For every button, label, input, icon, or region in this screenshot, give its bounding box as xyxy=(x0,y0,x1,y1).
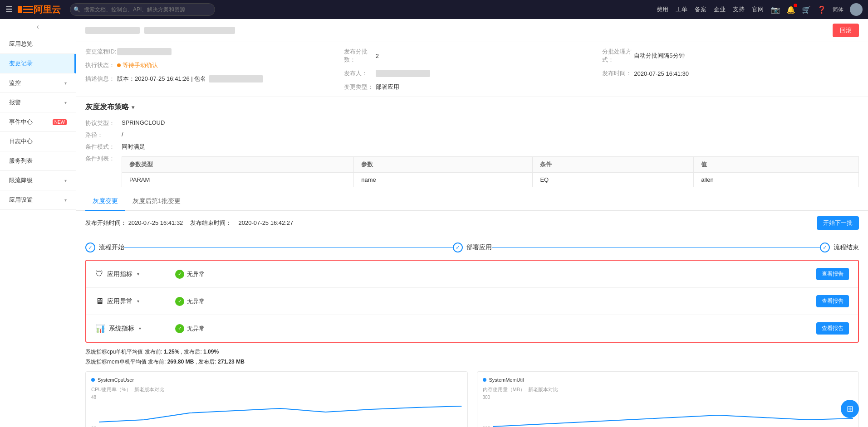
user-avatar[interactable] xyxy=(850,3,863,16)
step-line-1 xyxy=(124,247,453,248)
chevron-down-icon[interactable]: ▾ xyxy=(137,272,139,277)
camera-icon[interactable]: 📷 xyxy=(771,5,780,14)
table-cell-param-type: PARAM xyxy=(122,173,354,187)
sidebar-item-event-center[interactable]: 事件中心 NEW xyxy=(0,112,76,132)
mem-y-300: 300 xyxy=(483,395,490,400)
sidebar-item-app-overview[interactable]: 应用总览 xyxy=(0,34,76,54)
sidebar-label-flow-limit: 限流降级 xyxy=(9,176,33,184)
top-nav-icons: 📷 🔔 🛒 ❓ 简体 xyxy=(771,3,863,16)
sidebar-label-monitor: 监控 xyxy=(9,79,21,87)
cpu-before-value: 1.25% xyxy=(164,349,179,355)
cpu-mid: , 发布后: xyxy=(181,349,202,355)
exec-status-text: 等待手动确认 xyxy=(123,61,158,69)
mem-chart-svg xyxy=(493,395,853,427)
search-input[interactable] xyxy=(70,3,215,16)
sidebar-item-app-settings[interactable]: 应用设置 ▾ xyxy=(0,190,76,210)
nav-link-fees[interactable]: 费用 xyxy=(657,5,668,14)
sidebar-item-log-center[interactable]: 日志中心 xyxy=(0,132,76,151)
mem-after-value: 271.23 MB xyxy=(218,359,245,365)
cpu-y-axis: 48 36 xyxy=(91,395,99,427)
cpu-chart-subtitle: CPU使用率（%）- 新老版本对比 xyxy=(91,386,462,393)
app-exception-view-report-button[interactable]: 查看报告 xyxy=(816,295,849,307)
terminal-icon: 🖥 xyxy=(95,296,103,306)
publish-time-label: 发布时间： xyxy=(602,69,634,78)
app-metrics-title: 🛡 应用指标 ▾ xyxy=(95,269,168,279)
step-deploy-app: ✓ 部署应用 xyxy=(453,243,492,252)
condition-table-wrap: 参数类型 参数 条件 值 PARAM name EQ allen xyxy=(122,155,859,187)
publish-time-info: 发布开始时间： 2020-07-25 16:41:32 发布结束时间： 2020… xyxy=(85,219,293,227)
chevron-down-icon: ▾ xyxy=(64,81,67,86)
batch-method-label: 分批处理方式： xyxy=(602,48,634,64)
table-header-value: 值 xyxy=(694,157,859,173)
change-type-value: 部署应用 xyxy=(376,83,399,91)
system-metrics-text-section: 系统指标cpu单机平均值 发布前: 1.25% , 发布后: 1.09% 系统指… xyxy=(76,343,868,371)
nav-link-beian[interactable]: 备案 xyxy=(695,5,706,14)
condition-list-label: 条件列表： xyxy=(85,155,122,163)
steps-container: ✓ 流程开始 ✓ 部署应用 ✓ 流程结束 xyxy=(76,235,868,260)
sidebar-item-flow-limit[interactable]: 限流降级 ▾ xyxy=(0,171,76,190)
change-flow-id-label: 变更流程ID: xyxy=(85,48,117,56)
path-label: 路径： xyxy=(85,131,122,139)
app-metrics-view-report-button[interactable]: 查看报告 xyxy=(816,268,849,280)
mem-y-axis: 300 225 xyxy=(483,395,493,427)
batch-method-row: 分批处理方式： 自动分批间隔5分钟 xyxy=(602,48,859,64)
system-metrics-status: ✓ 无异常 xyxy=(175,324,205,333)
logo: 阿里云 xyxy=(17,4,61,16)
gray-strategy-chevron-icon[interactable]: ▾ xyxy=(132,104,134,111)
back-rollback-button[interactable]: 回滚 xyxy=(833,24,859,37)
tab-gray-change[interactable]: 灰度变更 xyxy=(85,193,125,211)
condition-mode-label: 条件模式： xyxy=(85,143,122,151)
publish-time-row-section: 发布开始时间： 2020-07-25 16:41:32 发布结束时间： 2020… xyxy=(76,211,868,235)
nav-link-ticket[interactable]: 工单 xyxy=(676,5,687,14)
system-metrics-view-report-button[interactable]: 查看报告 xyxy=(816,322,849,335)
step-flow-end: ✓ 流程结束 xyxy=(820,243,859,252)
nav-link-enterprise[interactable]: 企业 xyxy=(714,5,726,14)
condition-mode-row: 条件模式： 同时满足 xyxy=(85,143,859,151)
sidebar-item-monitor[interactable]: 监控 ▾ xyxy=(0,73,76,93)
cart-icon[interactable]: 🛒 xyxy=(802,5,811,14)
logo-icon xyxy=(17,4,34,15)
publisher-value xyxy=(376,70,430,77)
grid-icon-button[interactable]: ⊞ xyxy=(841,400,859,418)
description-prefix: 版本：2020-07-25 16:41:26 | 包名 xyxy=(117,75,206,83)
app-metrics-label: 应用指标 xyxy=(107,270,132,278)
next-batch-button[interactable]: 开始下一批 xyxy=(817,216,859,230)
app-exception-status: ✓ 无异常 xyxy=(175,297,205,306)
search-bar[interactable]: 🔍 xyxy=(70,3,215,16)
svg-rect-1 xyxy=(23,6,33,7)
change-type-label: 变更类型： xyxy=(344,83,376,91)
mem-legend-dot xyxy=(483,378,486,382)
simple-text: 简体 xyxy=(833,6,843,14)
change-flow-id-row: 变更流程ID: xyxy=(85,48,342,56)
sidebar-label-event-center: 事件中心 xyxy=(9,118,33,126)
monitor-card-app-exception: 🖥 应用异常 ▾ ✓ 无异常 查看报告 xyxy=(86,288,858,315)
system-metrics-label: 系统指标 xyxy=(109,325,134,333)
sidebar: ‹ 应用总览 变更记录 监控 ▾ 报警 ▾ 事件中心 NEW 日志中心 服务列表… xyxy=(0,19,76,427)
step-check-icon-start: ✓ xyxy=(85,243,95,252)
chevron-down-icon: ▾ xyxy=(64,100,67,105)
bell-icon[interactable]: 🔔 xyxy=(786,5,795,14)
tabs-bar: 灰度变更 灰度后第1批变更 xyxy=(76,193,868,211)
top-navigation: ☰ 阿里云 🔍 费用 工单 备案 企业 支持 官网 📷 🔔 🛒 ❓ 简体 xyxy=(0,0,868,19)
cpu-chart-svg xyxy=(99,395,461,427)
chevron-down-icon[interactable]: ▾ xyxy=(139,326,141,331)
step-label-end: 流程结束 xyxy=(834,243,859,252)
change-type-row: 变更类型： 部署应用 xyxy=(344,83,601,91)
status-dot xyxy=(117,63,121,67)
chevron-down-icon[interactable]: ▾ xyxy=(137,299,139,304)
nav-link-support[interactable]: 支持 xyxy=(733,5,745,14)
table-header-param-type: 参数类型 xyxy=(122,157,354,173)
check-circle-icon: ✓ xyxy=(175,297,184,306)
sidebar-item-change-record[interactable]: 变更记录 xyxy=(0,54,76,73)
step-label-deploy: 部署应用 xyxy=(466,243,492,252)
cpu-chart-area: 48 36 xyxy=(91,395,462,427)
sidebar-item-alarm[interactable]: 报警 ▾ xyxy=(0,93,76,112)
help-icon[interactable]: ❓ xyxy=(817,5,826,14)
hamburger-menu[interactable]: ☰ xyxy=(5,5,13,15)
nav-link-official[interactable]: 官网 xyxy=(752,5,764,14)
path-row: 路径： / xyxy=(85,131,859,139)
info-col-3: 分批处理方式： 自动分批间隔5分钟 发布时间： 2020-07-25 16:41… xyxy=(602,48,859,91)
tab-after-gray-first-batch[interactable]: 灰度后第1批变更 xyxy=(125,193,188,211)
sidebar-collapse-button[interactable]: ‹ xyxy=(0,19,76,34)
sidebar-item-service-list[interactable]: 服务列表 xyxy=(0,151,76,171)
